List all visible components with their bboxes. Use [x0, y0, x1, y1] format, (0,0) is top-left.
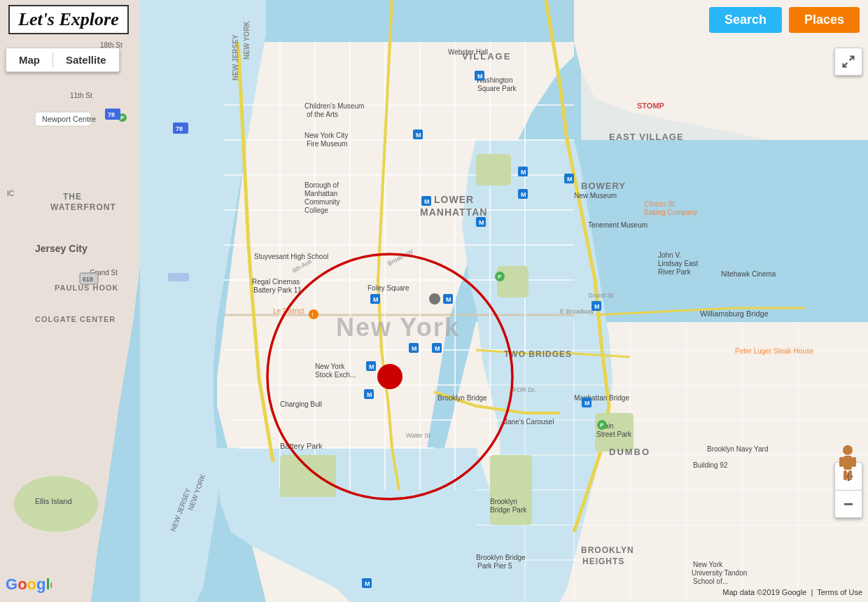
svg-text:M: M	[373, 296, 379, 303]
svg-point-174	[843, 445, 853, 455]
svg-text:M: M	[424, 198, 430, 205]
svg-text:Jersey City: Jersey City	[35, 243, 88, 254]
svg-text:Le District: Le District	[273, 307, 304, 315]
svg-text:Lindsay East: Lindsay East	[658, 260, 698, 267]
svg-text:Grand St: Grand St	[588, 292, 614, 299]
svg-text:Brooklyn Navy Yard: Brooklyn Navy Yard	[707, 445, 768, 453]
svg-text:College: College	[304, 206, 328, 214]
svg-text:M: M	[594, 303, 600, 310]
svg-text:of the Arts: of the Arts	[307, 111, 338, 118]
svg-text:New York: New York	[315, 363, 345, 370]
fullscreen-button[interactable]	[834, 48, 862, 76]
svg-rect-41	[497, 266, 528, 298]
zoom-out-button[interactable]: −	[834, 490, 862, 518]
svg-text:11th St: 11th St	[70, 92, 92, 99]
svg-text:M: M	[479, 219, 484, 226]
svg-rect-47	[168, 273, 189, 281]
svg-text:M: M	[521, 191, 526, 198]
svg-text:Brooklyn: Brooklyn	[490, 498, 517, 505]
header-buttons: Search Places	[709, 7, 860, 33]
svg-text:New York City: New York City	[304, 132, 348, 139]
svg-text:Brooklyn Bridge: Brooklyn Bridge	[438, 394, 487, 402]
svg-text:Foley Square: Foley Square	[368, 284, 410, 292]
street-view-person[interactable]	[837, 444, 858, 479]
svg-text:Community: Community	[304, 198, 340, 206]
logo-text: Let's Explore	[18, 9, 119, 29]
svg-text:M: M	[567, 176, 573, 183]
svg-point-167	[309, 309, 318, 319]
svg-text:P: P	[600, 422, 604, 428]
svg-text:Baking Company: Baking Company	[644, 209, 697, 216]
map-attribution: Map data ©2019 Google | Terms of Use	[722, 588, 862, 596]
svg-text:M: M	[446, 296, 451, 303]
svg-text:Borough of: Borough of	[304, 181, 339, 189]
svg-text:M: M	[584, 400, 590, 407]
svg-text:E Broadway: E Broadway	[560, 308, 594, 315]
svg-rect-40	[476, 154, 511, 186]
svg-text:Stuyvesant High School: Stuyvesant High School	[254, 253, 328, 260]
svg-text:Nitehawk Cinema: Nitehawk Cinema	[721, 270, 776, 278]
search-button[interactable]: Search	[709, 7, 782, 33]
svg-text:STOMP: STOMP	[637, 102, 664, 110]
terms-of-use-link[interactable]: Terms of Use	[817, 588, 862, 596]
svg-text:P: P	[120, 115, 125, 121]
svg-text:Webster Hall: Webster Hall	[448, 48, 488, 56]
svg-text:M: M	[521, 169, 526, 176]
svg-text:HEIGHTS: HEIGHTS	[582, 556, 624, 566]
svg-text:New York: New York	[336, 313, 460, 342]
svg-text:DUMBO: DUMBO	[609, 447, 650, 457]
svg-text:IC: IC	[7, 190, 14, 197]
svg-text:78: 78	[176, 125, 183, 132]
svg-text:Peter Luger Steak House: Peter Luger Steak House	[735, 347, 814, 355]
map-container[interactable]: VILLAGE EAST VILLAGE BOWERY LOWER MANHAT…	[0, 0, 868, 602]
places-button[interactable]: Places	[789, 7, 860, 33]
svg-text:BROOKLYN: BROOKLYN	[581, 545, 634, 555]
svg-text:FDR Dr.: FDR Dr.	[513, 386, 536, 393]
svg-text:M: M	[369, 363, 374, 370]
svg-text:New Museum: New Museum	[574, 192, 617, 200]
svg-text:Bridge Park: Bridge Park	[490, 506, 527, 514]
svg-text:WATERFRONT: WATERFRONT	[50, 202, 116, 212]
svg-text:M: M	[477, 73, 483, 80]
svg-text:Children's Museum: Children's Museum	[304, 102, 364, 110]
svg-text:Jane's Carousel: Jane's Carousel	[504, 418, 554, 426]
svg-text:LOWER: LOWER	[434, 194, 474, 205]
svg-text:Google: Google	[6, 575, 52, 593]
svg-text:School of...: School of...	[693, 578, 728, 585]
svg-text:PAULUS HOOK: PAULUS HOOK	[55, 284, 118, 292]
svg-text:Park Pier 5: Park Pier 5	[477, 562, 512, 570]
svg-text:Manhattan: Manhattan	[304, 190, 337, 197]
svg-text:New York: New York	[693, 561, 723, 568]
svg-text:THE: THE	[63, 192, 82, 202]
svg-text:Regal Cinemas: Regal Cinemas	[252, 278, 300, 286]
svg-text:NEW JERSEY: NEW JERSEY	[232, 34, 239, 80]
svg-text:Building 92: Building 92	[693, 461, 728, 469]
svg-text:Battery Park: Battery Park	[280, 442, 323, 450]
svg-text:Water St: Water St	[406, 432, 430, 439]
svg-text:Ellis Island: Ellis Island	[35, 497, 72, 505]
svg-text:Street Park: Street Park	[596, 430, 632, 438]
svg-rect-44	[490, 455, 532, 525]
map-view-button[interactable]: Map	[6, 48, 52, 71]
svg-text:618: 618	[83, 276, 93, 283]
svg-text:River Park: River Park	[658, 268, 692, 276]
svg-text:Williamsburg Bridge: Williamsburg Bridge	[700, 309, 769, 318]
svg-text:Clinton St.: Clinton St.	[644, 200, 676, 208]
svg-text:Battery Park 11: Battery Park 11	[253, 286, 302, 294]
svg-rect-175	[844, 456, 852, 470]
svg-text:University Tandon: University Tandon	[692, 569, 747, 577]
svg-text:78: 78	[108, 111, 115, 118]
svg-text:Tenement Museum: Tenement Museum	[588, 221, 648, 229]
google-logo: Google	[6, 575, 52, 596]
svg-rect-178	[839, 457, 844, 467]
map-toggle: Map Satellite	[6, 48, 120, 72]
svg-text:Fire Museum: Fire Museum	[307, 140, 347, 148]
svg-rect-177	[848, 470, 852, 480]
svg-text:M: M	[365, 580, 370, 587]
svg-rect-176	[844, 470, 847, 480]
svg-text:John V.: John V.	[658, 251, 681, 259]
svg-text:P: P	[498, 274, 502, 280]
svg-text:!: !	[312, 312, 314, 318]
svg-text:COLGATE CENTER: COLGATE CENTER	[35, 315, 115, 323]
satellite-view-button[interactable]: Satellite	[53, 48, 119, 71]
